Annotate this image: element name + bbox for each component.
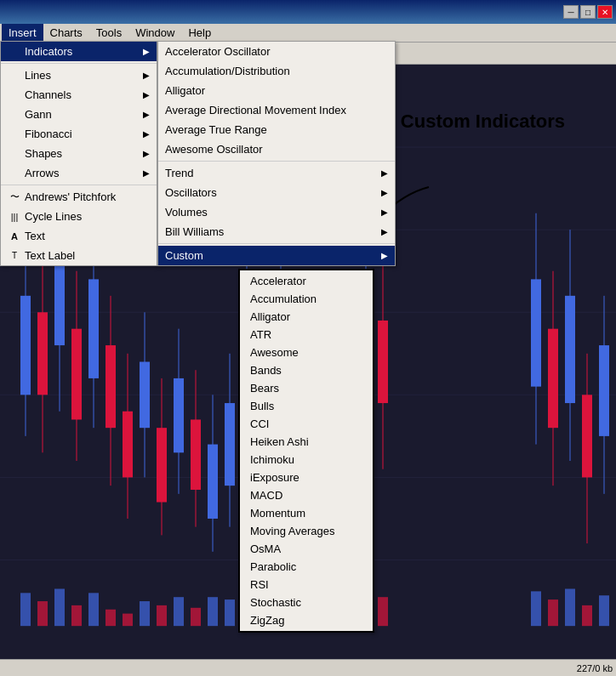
custom-submenu: Accelerator Accumulation Alligator ATR A…: [238, 269, 374, 633]
menu-charts[interactable]: Charts: [43, 24, 89, 42]
svg-rect-82: [378, 597, 388, 626]
menu-bar: Insert Charts Tools Window Help: [0, 24, 616, 43]
ind-accum-dist[interactable]: Accumulation/Distribution: [158, 61, 395, 81]
menu-item-text[interactable]: A Text: [1, 226, 157, 246]
custom-cci[interactable]: CCI: [240, 415, 373, 433]
ind-sep-2: [158, 243, 395, 244]
channels-arrow: ▶: [126, 90, 150, 99]
custom-alligator[interactable]: Alligator: [240, 308, 373, 326]
svg-rect-62: [37, 601, 48, 626]
menu-item-fibonacci[interactable]: Fibonacci ▶: [1, 124, 157, 144]
custom-zigzag[interactable]: ZigZag: [240, 611, 373, 629]
menu-item-cycle[interactable]: ||| Cycle Lines: [1, 207, 157, 226]
minimize-button[interactable]: ─: [563, 5, 579, 19]
svg-rect-20: [123, 412, 133, 478]
menu-item-gann[interactable]: Gann ▶: [1, 105, 157, 124]
svg-rect-56: [565, 296, 575, 403]
svg-rect-65: [88, 593, 99, 626]
svg-rect-54: [548, 329, 558, 429]
svg-rect-70: [174, 597, 184, 626]
sep-1: [1, 63, 157, 64]
sep-2: [1, 185, 157, 185]
close-button[interactable]: ✕: [597, 5, 613, 19]
svg-rect-32: [225, 403, 235, 486]
custom-ma[interactable]: Moving Averages: [240, 522, 373, 540]
svg-rect-12: [54, 263, 65, 345]
ind-alligator[interactable]: Alligator: [158, 81, 395, 100]
custom-osma[interactable]: OsMA: [240, 540, 373, 558]
custom-accelerator[interactable]: Accelerator: [240, 272, 373, 290]
ind-accel-osc[interactable]: Accelerator Oscillator: [158, 42, 395, 61]
svg-rect-8: [20, 296, 31, 395]
cycle-icon: |||: [8, 212, 21, 222]
menu-item-textlabel[interactable]: T Text Label: [1, 246, 157, 265]
svg-rect-10: [37, 312, 48, 395]
menu-item-pitchfork[interactable]: 〜 Andrews' Pitchfork: [1, 187, 157, 207]
shapes-arrow: ▶: [126, 149, 150, 158]
insert-menu-dropdown: Indicators ▶ Lines ▶ Channels ▶ Gann ▶ F…: [0, 41, 157, 266]
custom-atr[interactable]: ATR: [240, 326, 373, 344]
svg-rect-24: [157, 428, 167, 502]
svg-rect-87: [599, 595, 609, 626]
custom-bears[interactable]: Bears: [240, 379, 373, 397]
ind-trend[interactable]: Trend ▶: [158, 163, 395, 183]
menu-item-indicators[interactable]: Indicators ▶: [1, 42, 157, 61]
ind-admi[interactable]: Average Directional Movement Index: [158, 100, 395, 120]
custom-ichimoku[interactable]: Ichimoku: [240, 451, 373, 469]
custom-parabolic[interactable]: Parabolic: [240, 558, 373, 576]
svg-rect-64: [71, 605, 82, 626]
svg-rect-50: [378, 321, 388, 403]
ind-custom[interactable]: Custom ▶: [158, 246, 395, 265]
status-bar: 227/0 kb: [0, 659, 616, 676]
title-bar: ─ □ ✕: [0, 0, 616, 24]
svg-rect-68: [140, 601, 150, 626]
trend-arrow: ▶: [364, 168, 388, 178]
menu-insert[interactable]: Insert: [2, 24, 43, 42]
menu-item-shapes[interactable]: Shapes ▶: [1, 144, 157, 163]
custom-bulls[interactable]: Bulls: [240, 397, 373, 415]
svg-rect-58: [582, 395, 592, 477]
svg-rect-18: [106, 345, 116, 428]
svg-rect-22: [140, 362, 150, 429]
custom-rsi[interactable]: RSI: [240, 576, 373, 594]
custom-awesome[interactable]: Awesome: [240, 344, 373, 361]
svg-rect-86: [582, 605, 592, 626]
text-icon: A: [8, 231, 21, 241]
lines-arrow: ▶: [126, 71, 150, 80]
indicators-arrow: ▶: [126, 47, 150, 56]
menu-item-lines[interactable]: Lines ▶: [1, 65, 157, 85]
menu-window[interactable]: Window: [128, 24, 181, 42]
svg-rect-67: [123, 614, 133, 627]
ind-sep-1: [158, 161, 395, 162]
custom-macd[interactable]: MACD: [240, 486, 373, 504]
custom-iexposure[interactable]: iExposure: [240, 469, 373, 486]
svg-rect-52: [531, 279, 541, 386]
menu-tools[interactable]: Tools: [89, 24, 128, 42]
svg-rect-14: [71, 329, 82, 420]
svg-rect-66: [106, 610, 116, 626]
svg-rect-71: [191, 608, 201, 626]
custom-stochastic[interactable]: Stochastic: [240, 594, 373, 611]
fibonacci-arrow: ▶: [126, 129, 150, 139]
svg-rect-84: [548, 599, 558, 626]
osc-arrow: ▶: [364, 188, 388, 197]
svg-rect-28: [191, 419, 201, 490]
svg-rect-60: [599, 345, 609, 436]
menu-item-arrows[interactable]: Arrows ▶: [1, 163, 157, 183]
menu-help[interactable]: Help: [181, 24, 218, 42]
custom-accumulation[interactable]: Accumulation: [240, 290, 373, 308]
ind-oscillators[interactable]: Oscillators ▶: [158, 183, 395, 202]
ind-bill[interactable]: Bill Williams ▶: [158, 222, 395, 241]
custom-heiken[interactable]: Heiken Ashi: [240, 433, 373, 451]
gann-arrow: ▶: [126, 110, 150, 119]
pitchfork-icon: 〜: [8, 190, 21, 203]
maximize-button[interactable]: □: [580, 5, 596, 19]
ind-awesome[interactable]: Awesome Oscillator: [158, 139, 395, 159]
custom-bands[interactable]: Bands: [240, 361, 373, 379]
ind-volumes[interactable]: Volumes ▶: [158, 202, 395, 222]
custom-momentum[interactable]: Momentum: [240, 504, 373, 522]
ind-atr[interactable]: Average True Range: [158, 120, 395, 139]
bill-arrow: ▶: [364, 227, 388, 236]
menu-item-channels[interactable]: Channels ▶: [1, 85, 157, 105]
indicators-submenu: Accelerator Oscillator Accumulation/Dist…: [157, 41, 396, 266]
